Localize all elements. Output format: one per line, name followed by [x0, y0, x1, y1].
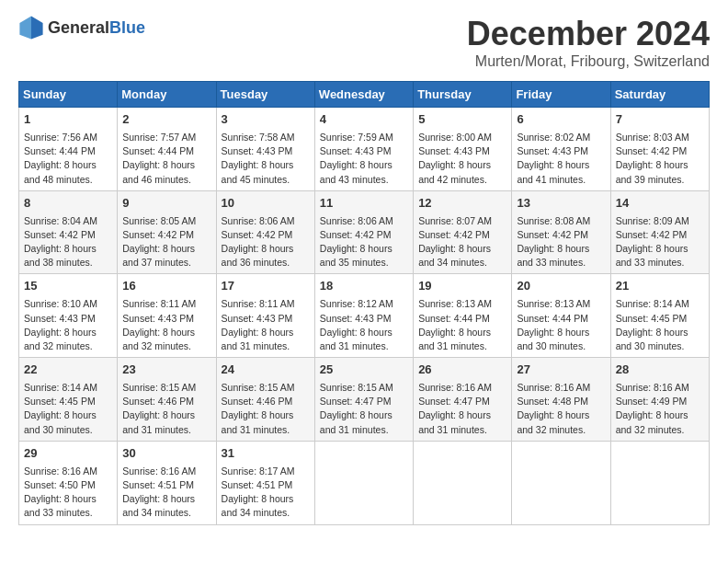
day-number: 8: [24, 195, 112, 213]
day-info-line: Daylight: 8 hours: [320, 408, 408, 422]
day-info-line: Daylight: 8 hours: [222, 242, 310, 256]
day-number: 14: [616, 195, 704, 213]
day-info-line: Sunset: 4:50 PM: [24, 478, 112, 492]
day-info-line: Daylight: 8 hours: [24, 242, 112, 256]
day-info-line: Daylight: 8 hours: [24, 408, 112, 422]
day-info-line: Sunrise: 8:06 AM: [222, 214, 310, 228]
calendar-cell: 9Sunrise: 8:05 AMSunset: 4:42 PMDaylight…: [118, 190, 216, 274]
day-info-line: Sunset: 4:42 PM: [122, 228, 210, 242]
day-number: 11: [320, 195, 408, 213]
col-header-thursday: Thursday: [414, 82, 512, 108]
day-info-line: Daylight: 8 hours: [517, 242, 605, 256]
day-info-line: Sunset: 4:44 PM: [418, 312, 506, 326]
day-info-line: and 31 minutes.: [418, 339, 506, 353]
day-info-line: Sunrise: 8:04 AM: [24, 214, 112, 228]
day-number: 3: [222, 111, 310, 129]
day-info-line: and 33 minutes.: [517, 256, 605, 270]
header-row: SundayMondayTuesdayWednesdayThursdayFrid…: [19, 82, 710, 108]
title-section: December 2024 Murten/Morat, Fribourg, Sw…: [467, 15, 710, 70]
calendar-table: SundayMondayTuesdayWednesdayThursdayFrid…: [18, 81, 710, 525]
day-info-line: Daylight: 8 hours: [320, 326, 408, 339]
day-info-line: Sunset: 4:42 PM: [320, 228, 408, 242]
calendar-cell: 25Sunrise: 8:15 AMSunset: 4:47 PMDayligh…: [314, 358, 413, 442]
day-info-line: Daylight: 8 hours: [616, 242, 704, 256]
col-header-monday: Monday: [118, 82, 216, 108]
day-info-line: and 30 minutes.: [517, 339, 605, 353]
day-info-line: Sunset: 4:47 PM: [418, 395, 506, 408]
calendar-cell: 27Sunrise: 8:16 AMSunset: 4:48 PMDayligh…: [512, 358, 610, 442]
day-number: 29: [24, 445, 112, 463]
svg-marker-1: [31, 16, 43, 39]
day-number: 6: [517, 111, 605, 129]
day-info-line: Daylight: 8 hours: [122, 242, 210, 256]
svg-marker-2: [19, 16, 31, 39]
day-info-line: Sunrise: 8:15 AM: [122, 381, 210, 395]
day-info-line: and 33 minutes.: [24, 506, 112, 520]
day-info-line: Sunset: 4:49 PM: [616, 395, 704, 408]
calendar-cell: 17Sunrise: 8:11 AMSunset: 4:43 PMDayligh…: [216, 274, 314, 358]
calendar-cell: [314, 441, 413, 524]
day-info-line: and 32 minutes.: [517, 423, 605, 437]
day-info-line: Sunrise: 8:16 AM: [616, 381, 704, 395]
day-info-line: Sunrise: 8:08 AM: [517, 214, 605, 228]
week-row-3: 15Sunrise: 8:10 AMSunset: 4:43 PMDayligh…: [19, 274, 710, 358]
day-info-line: Daylight: 8 hours: [24, 158, 112, 172]
day-info-line: Daylight: 8 hours: [517, 408, 605, 422]
day-number: 9: [122, 195, 210, 213]
col-header-saturday: Saturday: [610, 82, 709, 108]
day-number: 22: [24, 362, 112, 379]
day-info-line: Daylight: 8 hours: [616, 158, 704, 172]
day-info-line: Sunset: 4:44 PM: [517, 312, 605, 326]
subtitle: Murten/Morat, Fribourg, Switzerland: [467, 53, 710, 70]
day-info-line: and 30 minutes.: [24, 423, 112, 437]
logo-blue-text: Blue: [109, 18, 145, 38]
day-info-line: and 46 minutes.: [122, 173, 210, 187]
day-info-line: Daylight: 8 hours: [222, 492, 310, 506]
day-info-line: and 32 minutes.: [122, 339, 210, 353]
day-info-line: Daylight: 8 hours: [517, 158, 605, 172]
day-info-line: Daylight: 8 hours: [122, 158, 210, 172]
header: General Blue December 2024 Murten/Morat,…: [18, 15, 710, 70]
day-info-line: Sunrise: 8:11 AM: [222, 297, 310, 311]
calendar-cell: 2Sunrise: 7:57 AMSunset: 4:44 PMDaylight…: [118, 108, 216, 191]
day-info-line: and 33 minutes.: [616, 256, 704, 270]
day-number: 7: [616, 111, 704, 129]
day-info-line: and 31 minutes.: [320, 423, 408, 437]
day-number: 20: [517, 278, 605, 295]
day-number: 1: [24, 111, 112, 129]
day-info-line: and 31 minutes.: [320, 339, 408, 353]
day-info-line: and 35 minutes.: [320, 256, 408, 270]
calendar-cell: 30Sunrise: 8:16 AMSunset: 4:51 PMDayligh…: [118, 441, 216, 524]
calendar-cell: 31Sunrise: 8:17 AMSunset: 4:51 PMDayligh…: [216, 441, 314, 524]
day-info-line: and 32 minutes.: [616, 423, 704, 437]
day-info-line: and 34 minutes.: [418, 256, 506, 270]
day-info-line: and 34 minutes.: [222, 506, 310, 520]
calendar-cell: 18Sunrise: 8:12 AMSunset: 4:43 PMDayligh…: [314, 274, 413, 358]
day-info-line: Sunset: 4:42 PM: [222, 228, 310, 242]
day-info-line: Sunrise: 7:58 AM: [222, 131, 310, 144]
day-info-line: Sunset: 4:43 PM: [222, 144, 310, 158]
day-info-line: Sunrise: 8:16 AM: [418, 381, 506, 395]
day-info-line: Daylight: 8 hours: [24, 492, 112, 506]
calendar-cell: 13Sunrise: 8:08 AMSunset: 4:42 PMDayligh…: [512, 190, 610, 274]
calendar-cell: 4Sunrise: 7:59 AMSunset: 4:43 PMDaylight…: [314, 108, 413, 191]
day-info-line: Sunset: 4:42 PM: [24, 228, 112, 242]
day-info-line: and 45 minutes.: [222, 173, 310, 187]
day-info-line: and 31 minutes.: [122, 423, 210, 437]
calendar-cell: 7Sunrise: 8:03 AMSunset: 4:42 PMDaylight…: [610, 108, 709, 191]
calendar-cell: 19Sunrise: 8:13 AMSunset: 4:44 PMDayligh…: [414, 274, 512, 358]
calendar-cell: 8Sunrise: 8:04 AMSunset: 4:42 PMDaylight…: [19, 190, 118, 274]
day-info-line: and 48 minutes.: [24, 173, 112, 187]
day-number: 18: [320, 278, 408, 295]
day-info-line: Daylight: 8 hours: [320, 158, 408, 172]
col-header-friday: Friday: [512, 82, 610, 108]
day-number: 21: [616, 278, 704, 295]
day-info-line: Sunrise: 8:15 AM: [320, 381, 408, 395]
day-info-line: Sunrise: 8:14 AM: [24, 381, 112, 395]
day-info-line: Sunrise: 8:14 AM: [616, 297, 704, 311]
day-info-line: Sunset: 4:51 PM: [222, 478, 310, 492]
day-info-line: Daylight: 8 hours: [517, 326, 605, 339]
day-number: 25: [320, 362, 408, 379]
day-info-line: Sunset: 4:42 PM: [616, 228, 704, 242]
calendar-cell: 16Sunrise: 8:11 AMSunset: 4:43 PMDayligh…: [118, 274, 216, 358]
